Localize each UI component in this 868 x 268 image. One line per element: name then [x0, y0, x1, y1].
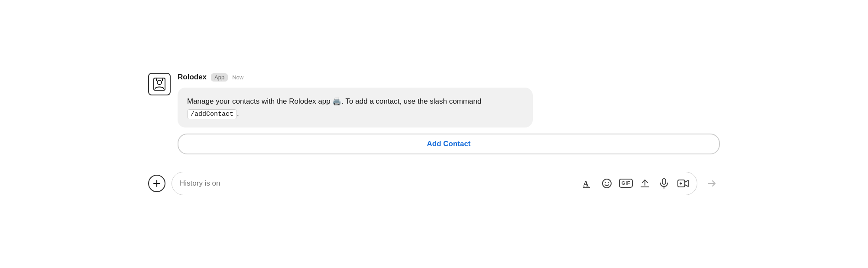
emoji-icon[interactable] [601, 177, 613, 190]
svg-point-1 [157, 80, 162, 85]
svg-rect-13 [662, 179, 666, 184]
app-badge: App [211, 73, 228, 82]
avatar [148, 73, 171, 95]
message-row: Rolodex App Now Manage your contacts wit… [148, 73, 720, 154]
message-text-part2: . To add a contact, use the slash comman… [341, 97, 481, 105]
chat-container: Rolodex App Now Manage your contacts wit… [131, 64, 737, 203]
timestamp: Now [232, 74, 243, 81]
sender-name: Rolodex [178, 73, 207, 82]
svg-point-10 [608, 182, 609, 183]
input-row: A GIF [148, 172, 720, 195]
add-contact-button[interactable]: Add Contact [178, 134, 720, 154]
svg-point-9 [605, 182, 606, 183]
message-content: Rolodex App Now Manage your contacts wit… [178, 73, 720, 154]
video-add-icon[interactable] [677, 177, 689, 190]
rolodex-emoji: 🖨️ [332, 97, 341, 105]
gif-badge: GIF [619, 179, 633, 187]
gif-icon[interactable]: GIF [620, 177, 632, 190]
upload-icon[interactable] [639, 177, 651, 190]
microphone-icon[interactable] [658, 177, 670, 190]
svg-text:A: A [583, 180, 589, 188]
format-text-icon[interactable]: A [582, 177, 594, 190]
input-icons: A GIF [582, 177, 689, 190]
message-text-part1: Manage your contacts with the Rolodex ap… [187, 97, 332, 105]
message-text-end: . [237, 109, 239, 118]
add-circle-button[interactable] [148, 175, 165, 192]
message-header: Rolodex App Now [178, 73, 720, 82]
svg-point-8 [602, 179, 611, 188]
slash-command: /addContact [187, 109, 237, 119]
chat-input[interactable] [180, 179, 577, 188]
send-button[interactable] [703, 175, 720, 192]
message-bubble: Manage your contacts with the Rolodex ap… [178, 88, 533, 127]
input-wrapper: A GIF [172, 172, 697, 195]
